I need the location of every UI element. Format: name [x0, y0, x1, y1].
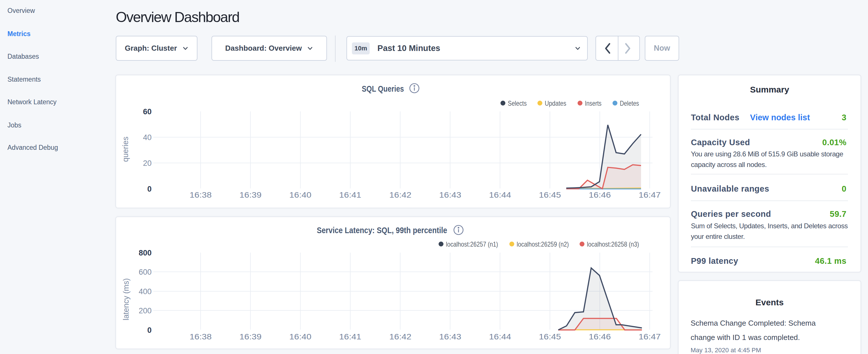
svg-text:60: 60: [143, 107, 152, 116]
svg-text:16:45: 16:45: [539, 191, 561, 199]
svg-text:20: 20: [143, 159, 152, 167]
svg-text:16:44: 16:44: [489, 191, 511, 199]
svg-text:16:38: 16:38: [190, 191, 212, 199]
svg-text:16:41: 16:41: [339, 191, 361, 199]
svg-text:SQL Queries: SQL Queries: [362, 84, 404, 93]
svg-text:16:43: 16:43: [439, 332, 461, 341]
svg-text:queries: queries: [121, 137, 130, 162]
svg-text:16:45: 16:45: [539, 332, 561, 341]
svg-text:16:41: 16:41: [339, 332, 361, 341]
svg-text:Deletes: Deletes: [620, 99, 639, 107]
svg-text:16:38: 16:38: [190, 332, 212, 341]
svg-text:16:40: 16:40: [289, 332, 311, 341]
svg-text:16:46: 16:46: [589, 191, 611, 199]
svg-text:16:43: 16:43: [439, 191, 461, 199]
svg-text:Selects: Selects: [508, 99, 527, 107]
svg-text:40: 40: [143, 133, 152, 142]
svg-text:0: 0: [147, 326, 152, 334]
svg-text:16:47: 16:47: [639, 332, 661, 341]
svg-text:Inserts: Inserts: [585, 99, 601, 107]
svg-text:16:47: 16:47: [639, 191, 661, 199]
svg-text:16:42: 16:42: [390, 191, 411, 199]
svg-text:600: 600: [139, 268, 152, 277]
svg-text:localhost:26259 (n2): localhost:26259 (n2): [517, 240, 569, 248]
svg-text:localhost:26258 (n3): localhost:26258 (n3): [587, 240, 639, 248]
svg-text:800: 800: [139, 249, 152, 257]
svg-text:0: 0: [147, 185, 152, 193]
svg-text:Service Latency: SQL, 99th per: Service Latency: SQL, 99th percentile: [317, 225, 447, 235]
svg-text:latency (ms): latency (ms): [122, 278, 130, 320]
svg-text:16:40: 16:40: [289, 191, 311, 199]
svg-text:16:39: 16:39: [240, 332, 261, 341]
svg-text:200: 200: [139, 307, 152, 315]
svg-text:400: 400: [139, 287, 152, 296]
svg-text:localhost:26257 (n1): localhost:26257 (n1): [446, 240, 498, 248]
svg-text:Updates: Updates: [545, 99, 566, 107]
svg-text:16:44: 16:44: [489, 332, 511, 341]
svg-text:16:46: 16:46: [589, 332, 611, 341]
svg-text:16:42: 16:42: [390, 332, 411, 341]
svg-text:16:39: 16:39: [240, 191, 261, 199]
